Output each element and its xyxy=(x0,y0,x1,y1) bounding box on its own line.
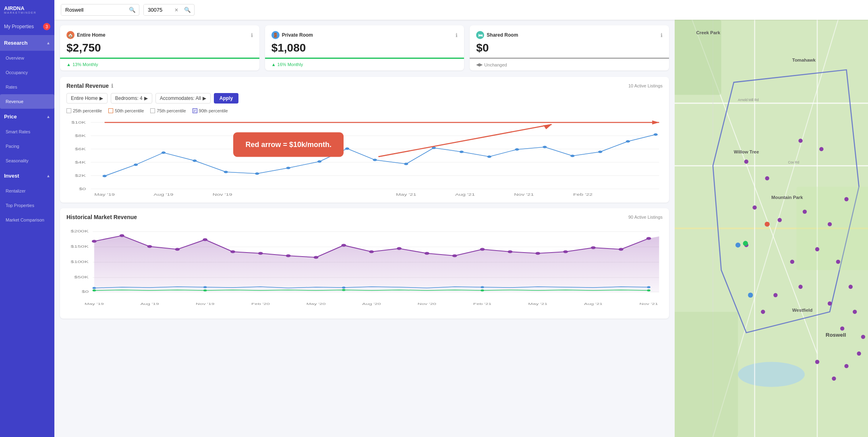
svg-point-144 xyxy=(748,293,753,298)
sidebar-item-rates[interactable]: Rates xyxy=(0,80,54,94)
sidebar: AIRDNA MARKETMINDER My Properties 3 Rese… xyxy=(0,0,54,437)
svg-text:$200K: $200K xyxy=(70,229,89,233)
historical-active-listings: 90 Active Listings xyxy=(628,215,663,220)
info-icon[interactable]: ℹ xyxy=(111,83,113,89)
title-text: Historical Market Revenue xyxy=(66,214,137,220)
svg-point-119 xyxy=(765,176,769,180)
svg-point-74 xyxy=(646,237,651,240)
chevron-right-icon: ▶ xyxy=(144,95,148,101)
svg-point-13 xyxy=(134,164,138,166)
svg-text:Feb '22: Feb '22 xyxy=(573,193,593,197)
svg-point-18 xyxy=(286,167,290,169)
svg-text:Tomahawk: Tomahawk xyxy=(792,58,816,62)
svg-rect-109 xyxy=(796,186,868,270)
historical-market-revenue-section: Historical Market Revenue 90 Active List… xyxy=(60,208,669,319)
private-room-amount: $1,080 xyxy=(271,41,458,54)
svg-text:$2K: $2K xyxy=(75,174,86,178)
p75-checkbox[interactable] xyxy=(150,108,155,113)
sidebar-item-price[interactable]: Price ▲ xyxy=(0,109,54,124)
svg-point-97 xyxy=(738,362,805,387)
trend-up-icon: ▲ xyxy=(271,62,276,67)
svg-point-145 xyxy=(764,222,769,226)
sidebar-item-seasonality[interactable]: Seasonality xyxy=(0,153,54,168)
svg-line-34 xyxy=(378,124,551,157)
svg-point-66 xyxy=(425,252,429,255)
header: 🔍 ✕ 🔍 xyxy=(54,0,868,20)
svg-point-83 xyxy=(481,290,484,292)
svg-text:May '20: May '20 xyxy=(307,302,326,306)
trend-label: Unchanged xyxy=(484,62,507,67)
filter-row: Entire Home ▶ Bedrooms: 4 ▶ Accommodates… xyxy=(66,93,663,104)
svg-point-16 xyxy=(224,171,228,173)
zip-input[interactable] xyxy=(144,4,172,15)
sidebar-item-smart-rates[interactable]: Smart Rates xyxy=(0,124,54,139)
sidebar-item-invest[interactable]: Invest ▲ xyxy=(0,168,54,184)
svg-point-138 xyxy=(815,360,819,364)
rental-revenue-section: Rental Revenue ℹ 10 Active Listings Enti… xyxy=(60,77,669,203)
svg-point-129 xyxy=(836,260,840,264)
entire-home-trend: ▲ 13% Monthly xyxy=(60,58,259,70)
svg-point-12 xyxy=(102,175,106,177)
trend-up-icon: ▲ xyxy=(66,62,71,67)
historical-chart-svg: $200K $150K $100K $50K $0 xyxy=(66,224,663,313)
zip-search-button[interactable]: 🔍 xyxy=(181,4,194,15)
info-icon[interactable]: ℹ xyxy=(251,32,253,38)
sidebar-item-my-properties[interactable]: My Properties 3 xyxy=(0,18,54,35)
entire-home-card: 🏠 Entire Home ℹ $2,750 ▲ 13% Monthly xyxy=(60,25,259,70)
bedrooms-filter[interactable]: Bedrooms: 4 ▶ xyxy=(111,93,152,104)
sidebar-item-rentalizer[interactable]: Rentalizer xyxy=(0,184,54,198)
map-panel: Creek Park Tomahawk Willow Tree Mountain… xyxy=(675,20,868,437)
location-search-box[interactable]: 🔍 xyxy=(61,4,139,16)
info-icon[interactable]: ℹ xyxy=(661,32,663,38)
svg-text:Feb '20: Feb '20 xyxy=(251,302,269,306)
info-icon[interactable]: ℹ xyxy=(456,32,458,38)
svg-point-127 xyxy=(815,247,819,251)
sidebar-item-overview[interactable]: Overview xyxy=(0,51,54,65)
svg-point-70 xyxy=(535,252,540,255)
p50-checkbox[interactable] xyxy=(108,108,113,113)
svg-point-19 xyxy=(317,160,321,163)
svg-text:Nov '21: Nov '21 xyxy=(514,193,534,197)
svg-text:Roswell: Roswell xyxy=(826,332,846,338)
property-type-filter[interactable]: Entire Home ▶ xyxy=(66,93,108,104)
rental-revenue-chart: $10K $8K $6K $4K $2K $0 xyxy=(66,116,663,197)
my-properties-badge: 3 xyxy=(43,23,50,30)
accommodates-filter[interactable]: Accommodates: All ▶ xyxy=(155,93,211,104)
trend-neutral-icon: ◀▶ xyxy=(476,62,483,67)
zip-clear-button[interactable]: ✕ xyxy=(172,6,181,14)
home-icon: 🏠 xyxy=(66,31,75,39)
legend-p50: 50th percentile xyxy=(108,108,144,113)
sidebar-item-occupancy[interactable]: Occupancy xyxy=(0,65,54,80)
svg-point-78 xyxy=(481,286,484,288)
p25-checkbox[interactable] xyxy=(66,108,71,113)
svg-text:Creek Park: Creek Park xyxy=(696,30,721,35)
svg-marker-35 xyxy=(543,124,552,129)
svg-point-57 xyxy=(175,248,180,251)
sidebar-item-pacing[interactable]: Pacing xyxy=(0,139,54,153)
card-type-entire-home: 🏠 Entire Home xyxy=(66,31,106,39)
logo-name: AIRDNA xyxy=(4,6,37,11)
svg-point-24 xyxy=(460,151,464,153)
shared-room-trend: ◀▶ Unchanged xyxy=(470,58,669,70)
apply-button[interactable]: Apply xyxy=(214,93,238,104)
sidebar-item-revenue[interactable]: Revenue xyxy=(0,94,54,109)
svg-point-75 xyxy=(93,287,96,289)
sidebar-item-label: Seasonality xyxy=(6,158,29,163)
sidebar-item-label: Price xyxy=(4,114,17,120)
sidebar-item-research[interactable]: Research ▲ xyxy=(0,35,54,51)
trend-label: 13% Monthly xyxy=(73,62,98,67)
location-search-button[interactable]: 🔍 xyxy=(126,4,139,15)
sidebar-item-top-properties[interactable]: Top Properties xyxy=(0,198,54,213)
location-search-input[interactable] xyxy=(61,4,126,15)
zip-search-box[interactable]: ✕ 🔍 xyxy=(143,4,195,16)
private-room-icon: 🚪 xyxy=(271,31,280,39)
svg-point-118 xyxy=(744,159,748,164)
p90-checkbox[interactable]: ✓ xyxy=(193,108,197,113)
svg-text:$10K: $10K xyxy=(71,120,86,124)
svg-text:$0: $0 xyxy=(79,187,86,191)
map-background: Creek Park Tomahawk Willow Tree Mountain… xyxy=(675,20,868,437)
sidebar-item-market-comparison[interactable]: Market Comparison xyxy=(0,213,54,227)
svg-point-29 xyxy=(598,151,602,153)
chevron-up-icon: ▲ xyxy=(46,174,50,178)
sidebar-item-label: Market Comparison xyxy=(6,217,44,222)
